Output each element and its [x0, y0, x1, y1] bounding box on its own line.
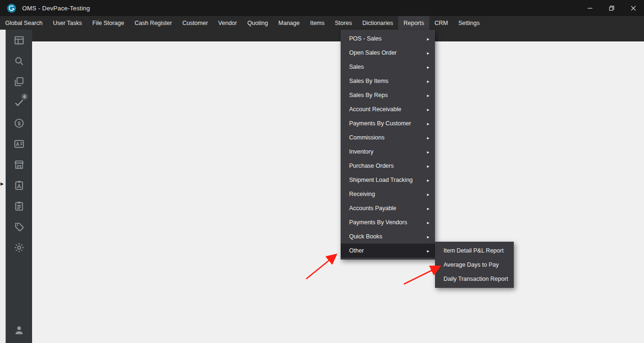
window-button[interactable] [601, 0, 622, 16]
reports-menu-item[interactable]: Accounts Payable ▸ [341, 201, 435, 215]
reports-menu-item[interactable]: Inventory ▸ [341, 145, 435, 159]
user-icon [14, 325, 25, 335]
window-button[interactable] [622, 0, 644, 16]
menubar-item[interactable]: Global Search [0, 16, 48, 30]
submenu-chevron-icon: ▸ [427, 220, 429, 225]
reports-menu-item[interactable]: Shipment Load Tracking ▸ [341, 173, 435, 187]
menubar-item[interactable]: Manage [273, 16, 305, 30]
submenu-chevron-icon: ▸ [427, 248, 429, 253]
menubar-item[interactable]: Quoting [242, 16, 273, 30]
reports-menu-item[interactable]: Sales By Reps ▸ [341, 88, 435, 102]
submenu-chevron-icon: ▸ [427, 93, 429, 98]
other-submenu: Item Detail P&L Report Average Days to P… [435, 242, 514, 288]
reports-menu-item[interactable]: Receiving ▸ [341, 187, 435, 201]
toolbar-strip [32, 30, 644, 41]
submenu-chevron-icon: ▸ [427, 234, 429, 239]
submenu-chevron-icon: ▸ [427, 50, 429, 56]
icon-sidebar: 6 $ [6, 30, 32, 343]
reports-menu-item[interactable]: Account Receivable ▸ [341, 102, 435, 116]
sidebar-item[interactable] [9, 72, 28, 91]
menubar-item[interactable]: Reports [398, 16, 429, 30]
main-area [32, 30, 644, 343]
menubar-item[interactable]: Dictionaries [357, 16, 398, 30]
search-icon [14, 56, 25, 66]
reports-menu-item[interactable]: Sales By Items ▸ [341, 74, 435, 88]
tags-icon [14, 221, 25, 232]
sidebar-item[interactable]: $ [9, 114, 28, 132]
content-canvas [32, 41, 644, 343]
menubar-item[interactable]: File Storage [87, 16, 129, 30]
submenu-item[interactable]: Item Detail P&L Report [435, 244, 514, 258]
submenu-item[interactable]: Average Days to Pay [435, 258, 514, 272]
count-badge: 6 [21, 93, 28, 100]
submenu-chevron-icon: ▸ [427, 121, 429, 126]
reports-menu-item[interactable]: Payments By Customer ▸ [341, 116, 435, 131]
reports-menu-item[interactable]: Sales ▸ [341, 60, 435, 74]
sidebar-item[interactable] [9, 217, 28, 236]
minimize-icon [587, 6, 593, 11]
restore-icon [609, 6, 614, 11]
title-bar: OMS - DevPace-Testing [0, 0, 644, 16]
submenu-chevron-icon: ▸ [427, 135, 429, 140]
close-icon [631, 6, 636, 11]
folders-icon [14, 76, 25, 87]
sidebar-bottom-group [9, 320, 28, 341]
panel-collapse-strip: ▶ [0, 30, 6, 343]
submenu-chevron-icon: ▸ [427, 178, 429, 183]
main-menubar: Global Search User Tasks File Storage Ca… [0, 16, 644, 30]
sidebar-item[interactable] [9, 31, 28, 49]
app-body: ▶ 6 $ [0, 30, 644, 343]
sidebar-item[interactable] [9, 320, 28, 339]
sidebar-top-group: 6 $ [9, 31, 28, 259]
reports-menu-item[interactable]: Quick Books ▸ [341, 229, 435, 244]
menubar-item[interactable]: Items [305, 16, 330, 30]
jobs-icon [14, 180, 25, 191]
reports-menu-item[interactable]: Purchase Orders ▸ [341, 159, 435, 173]
reports-menu-item[interactable]: Open Sales Order ▸ [341, 46, 435, 60]
submenu-chevron-icon: ▸ [427, 149, 429, 155]
menubar-item[interactable]: Vendor [213, 16, 243, 30]
sidebar-item[interactable] [9, 155, 28, 174]
sidebar-item[interactable] [9, 51, 28, 70]
window-controls [579, 0, 644, 16]
reports-menu-item[interactable]: Other ▸ [341, 244, 435, 258]
dashboard-icon [14, 35, 25, 46]
menubar-item[interactable]: Settings [453, 16, 485, 30]
menubar-item[interactable]: Stores [330, 16, 357, 30]
submenu-chevron-icon: ▸ [427, 79, 429, 84]
sidebar-item[interactable] [9, 238, 28, 257]
submenu-chevron-icon: ▸ [427, 36, 429, 41]
menubar-item[interactable]: Customer [177, 16, 213, 30]
svg-text:$: $ [17, 120, 20, 126]
submenu-item[interactable]: Daily Transaction Report [435, 272, 514, 286]
sidebar-item[interactable]: 6 [9, 93, 28, 112]
store-icon [14, 159, 25, 170]
reports-menu-item[interactable]: Commissions ▸ [341, 131, 435, 145]
orders-icon [14, 201, 25, 212]
reports-menu-item[interactable]: POS - Sales ▸ [341, 32, 435, 46]
submenu-chevron-icon: ▸ [427, 107, 429, 112]
app-logo-icon [7, 4, 16, 13]
submenu-chevron-icon: ▸ [427, 206, 429, 211]
sidebar-item[interactable] [9, 134, 28, 153]
reports-dropdown-menu: POS - Sales ▸ Open Sales Order ▸ Sales ▸… [341, 30, 435, 260]
sidebar-item[interactable] [9, 196, 28, 215]
menubar-item[interactable]: CRM [429, 16, 453, 30]
submenu-chevron-icon: ▸ [427, 65, 429, 70]
submenu-chevron-icon: ▸ [427, 163, 429, 169]
contacts-icon [14, 139, 25, 149]
menubar-item[interactable]: Cash Register [129, 16, 177, 30]
reports-menu-item[interactable]: Payments By Vendors ▸ [341, 215, 435, 229]
window-title: OMS - DevPace-Testing [22, 5, 90, 12]
sidebar-item[interactable] [9, 176, 28, 195]
menubar-item[interactable]: User Tasks [48, 16, 87, 30]
settings-gear-icon [14, 242, 25, 253]
submenu-chevron-icon: ▸ [427, 192, 429, 197]
expand-panel-icon[interactable]: ▶ [0, 182, 4, 186]
window-button[interactable] [579, 0, 601, 16]
payments-icon: $ [14, 118, 25, 129]
